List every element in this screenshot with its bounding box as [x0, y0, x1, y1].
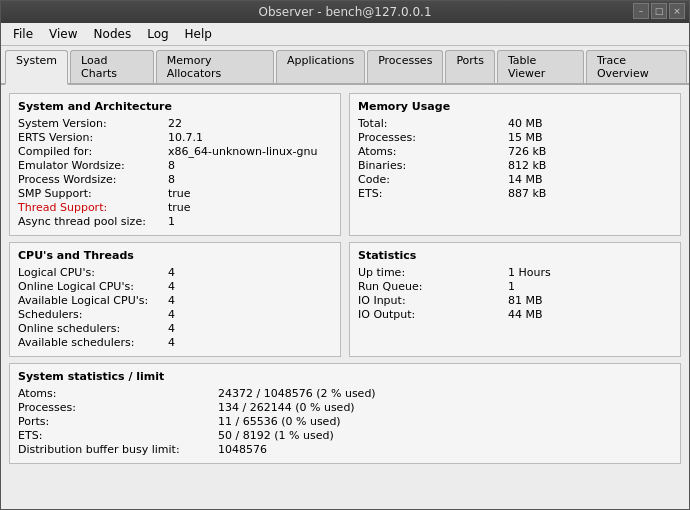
menu-view[interactable]: View — [41, 25, 85, 43]
value-logical-cpu: 4 — [168, 266, 175, 279]
tab-system[interactable]: System — [5, 50, 68, 85]
row-mem-ets: ETS: 887 kB — [358, 187, 672, 200]
system-arch-panel: System and Architecture System Version: … — [9, 93, 341, 236]
label-avail-sched: Available schedulers: — [18, 336, 168, 349]
value-thread: true — [168, 201, 191, 214]
label-limit-ports: Ports: — [18, 415, 218, 428]
value-mem-code: 14 MB — [508, 173, 543, 186]
value-schedulers: 4 — [168, 308, 175, 321]
value-mem-total: 40 MB — [508, 117, 543, 130]
value-compiled: x86_64-unknown-linux-gnu — [168, 145, 317, 158]
tab-trace-overview[interactable]: Trace Overview — [586, 50, 687, 83]
value-async: 1 — [168, 215, 175, 228]
row-sysver: System Version: 22 — [18, 117, 332, 130]
label-mem-atoms: Atoms: — [358, 145, 508, 158]
row-mem-atoms: Atoms: 726 kB — [358, 145, 672, 158]
value-limit-ets: 50 / 8192 (1 % used) — [218, 429, 334, 442]
row-mem-processes: Processes: 15 MB — [358, 131, 672, 144]
statistics-title: Statistics — [358, 249, 672, 262]
value-mem-atoms: 726 kB — [508, 145, 546, 158]
row-async: Async thread pool size: 1 — [18, 215, 332, 228]
label-online-sched: Online schedulers: — [18, 322, 168, 335]
statistics-panel: Statistics Up time: 1 Hours Run Queue: 1… — [349, 242, 681, 357]
label-online-logical: Online Logical CPU's: — [18, 280, 168, 293]
tab-applications[interactable]: Applications — [276, 50, 365, 83]
menu-log[interactable]: Log — [139, 25, 176, 43]
row-limit-processes: Processes: 134 / 262144 (0 % used) — [18, 401, 672, 414]
label-mem-processes: Processes: — [358, 131, 508, 144]
value-erts: 10.7.1 — [168, 131, 203, 144]
maximize-button[interactable]: □ — [651, 3, 667, 19]
value-io-output: 44 MB — [508, 308, 543, 321]
label-mem-ets: ETS: — [358, 187, 508, 200]
row-erts: ERTS Version: 10.7.1 — [18, 131, 332, 144]
value-avail-sched: 4 — [168, 336, 175, 349]
menu-file[interactable]: File — [5, 25, 41, 43]
tab-table-viewer[interactable]: Table Viewer — [497, 50, 584, 83]
value-online-logical: 4 — [168, 280, 175, 293]
label-run-queue: Run Queue: — [358, 280, 508, 293]
label-limit-ets: ETS: — [18, 429, 218, 442]
value-limit-ports: 11 / 65536 (0 % used) — [218, 415, 341, 428]
row-process: Process Wordsize: 8 — [18, 173, 332, 186]
label-sysver: System Version: — [18, 117, 168, 130]
row-limit-ports: Ports: 11 / 65536 (0 % used) — [18, 415, 672, 428]
main-window: Observer - bench@127.0.0.1 – □ × File Vi… — [0, 0, 690, 510]
label-limit-atoms: Atoms: — [18, 387, 218, 400]
tab-memory-allocators[interactable]: Memory Allocators — [156, 50, 274, 83]
cpu-threads-title: CPU's and Threads — [18, 249, 332, 262]
row-mem-code: Code: 14 MB — [358, 173, 672, 186]
window-title: Observer - bench@127.0.0.1 — [258, 5, 431, 19]
row-io-output: IO Output: 44 MB — [358, 308, 672, 321]
value-emulator: 8 — [168, 159, 175, 172]
value-uptime: 1 Hours — [508, 266, 551, 279]
main-content: System and Architecture System Version: … — [1, 85, 689, 509]
memory-usage-panel: Memory Usage Total: 40 MB Processes: 15 … — [349, 93, 681, 236]
menu-help[interactable]: Help — [177, 25, 220, 43]
close-button[interactable]: × — [669, 3, 685, 19]
label-limit-processes: Processes: — [18, 401, 218, 414]
value-limit-atoms: 24372 / 1048576 (2 % used) — [218, 387, 376, 400]
row-emulator: Emulator Wordsize: 8 — [18, 159, 332, 172]
label-compiled: Compiled for: — [18, 145, 168, 158]
tab-processes[interactable]: Processes — [367, 50, 443, 83]
label-mem-code: Code: — [358, 173, 508, 186]
menu-nodes[interactable]: Nodes — [86, 25, 140, 43]
label-uptime: Up time: — [358, 266, 508, 279]
row-avail-sched: Available schedulers: 4 — [18, 336, 332, 349]
row-avail-logical: Available Logical CPU's: 4 — [18, 294, 332, 307]
row-mem-binaries: Binaries: 812 kB — [358, 159, 672, 172]
label-erts: ERTS Version: — [18, 131, 168, 144]
value-online-sched: 4 — [168, 322, 175, 335]
row-schedulers: Schedulers: 4 — [18, 308, 332, 321]
menubar: File View Nodes Log Help — [1, 23, 689, 46]
tab-load-charts[interactable]: Load Charts — [70, 50, 154, 83]
value-mem-ets: 887 kB — [508, 187, 546, 200]
tab-ports[interactable]: Ports — [445, 50, 495, 83]
label-mem-binaries: Binaries: — [358, 159, 508, 172]
row-limit-ets: ETS: 50 / 8192 (1 % used) — [18, 429, 672, 442]
row-smp: SMP Support: true — [18, 187, 332, 200]
middle-panels-row: CPU's and Threads Logical CPU's: 4 Onlin… — [9, 242, 681, 357]
row-mem-total: Total: 40 MB — [358, 117, 672, 130]
label-logical-cpu: Logical CPU's: — [18, 266, 168, 279]
label-thread: Thread Support: — [18, 201, 168, 214]
value-run-queue: 1 — [508, 280, 515, 293]
system-limit-panel: System statistics / limit Atoms: 24372 /… — [9, 363, 681, 464]
value-mem-processes: 15 MB — [508, 131, 543, 144]
value-smp: true — [168, 187, 191, 200]
minimize-button[interactable]: – — [633, 3, 649, 19]
system-arch-title: System and Architecture — [18, 100, 332, 113]
window-controls: – □ × — [633, 3, 685, 19]
row-run-queue: Run Queue: 1 — [358, 280, 672, 293]
row-uptime: Up time: 1 Hours — [358, 266, 672, 279]
titlebar: Observer - bench@127.0.0.1 – □ × — [1, 1, 689, 23]
value-io-input: 81 MB — [508, 294, 543, 307]
system-limit-title: System statistics / limit — [18, 370, 672, 383]
label-mem-total: Total: — [358, 117, 508, 130]
cpu-threads-panel: CPU's and Threads Logical CPU's: 4 Onlin… — [9, 242, 341, 357]
value-sysver: 22 — [168, 117, 182, 130]
row-limit-dist-buf: Distribution buffer busy limit: 1048576 — [18, 443, 672, 456]
label-avail-logical: Available Logical CPU's: — [18, 294, 168, 307]
label-process: Process Wordsize: — [18, 173, 168, 186]
